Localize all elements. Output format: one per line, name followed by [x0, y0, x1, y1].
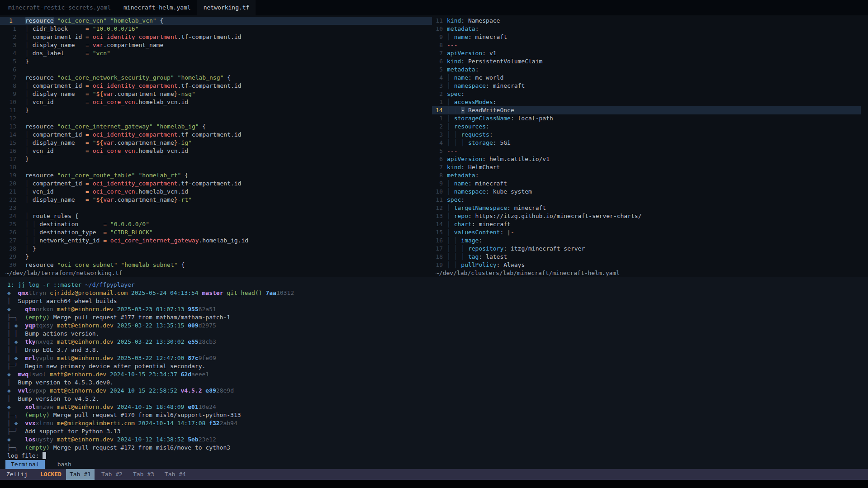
code-line[interactable]: 7kind: HelmChart [432, 163, 861, 171]
terminal-line[interactable]: ◆ qmxttryn cjriddz@protonmail.com 2025-0… [7, 289, 868, 297]
terminal-line[interactable]: ◆ losuysty matt@einhorn.dev 2024-10-12 1… [7, 436, 868, 444]
terminal-line[interactable]: │ ◆ vvxxlrnu me@mirkogalimberti.com 2024… [7, 419, 868, 427]
code-line[interactable]: 11spec: [432, 196, 861, 204]
buffer-tab-minecraft-restic-secrets-yaml[interactable]: minecraft-restic-secrets.yaml [2, 0, 117, 15]
zellij-tab-tab-2[interactable]: Tab #2 [98, 469, 126, 480]
terminal-line[interactable]: ◆ xolmnzvw matt@einhorn.dev 2024-10-15 1… [7, 403, 868, 411]
code-line[interactable]: 10│ vcn_id = oci_core_vcn.homelab_vcn.id [0, 98, 432, 106]
terminal-line[interactable]: │ Bump version to 4.5.3.dev0. [7, 379, 868, 387]
code-line[interactable]: 13resource "oci_core_internet_gateway" "… [0, 123, 432, 131]
code-line[interactable]: 12│ targetNamespace: minecraft [432, 204, 861, 212]
buffer-tab-networking-tf[interactable]: networking.tf [197, 0, 256, 15]
code-line[interactable]: 25│ │ destination = "0.0.0.0/0" [0, 220, 432, 228]
zellij-tab-tab-4[interactable]: Tab #4 [161, 469, 190, 480]
code-line[interactable]: 2│ resources: [432, 123, 861, 131]
code-area-left[interactable]: 1resource "oci_core_vcn" "homelab_vcn" {… [0, 15, 432, 269]
code-line[interactable]: 3│ display_name = var.compartment_name [0, 41, 432, 49]
code-line[interactable]: 9│ name: minecraft [432, 33, 861, 41]
code-line[interactable]: 30resource "oci_core_subnet" "homelab_su… [0, 261, 432, 269]
code-line[interactable]: 5} [0, 57, 432, 66]
code-line[interactable]: 2│ compartment_id = oci_identity_compart… [0, 33, 432, 41]
code-line[interactable]: 5metadata: [432, 66, 861, 74]
code-line[interactable]: 1│ storageClassName: local-path [432, 114, 861, 123]
buffer-tab-minecraft-helm-yaml[interactable]: minecraft-helm.yaml [117, 0, 197, 15]
terminal-line[interactable]: ├─╯ Begin new primary device after poten… [7, 362, 868, 370]
code-line[interactable]: 26│ │ destination_type = "CIDR_BLOCK" [0, 228, 432, 237]
code-line[interactable]: 18│ │ │ tag: latest [432, 253, 861, 261]
terminal-line[interactable]: ├─╮ (empty) Merge pull request #170 from… [7, 411, 868, 419]
code-line[interactable]: 29} [0, 253, 432, 261]
code-line[interactable]: 8│ compartment_id = oci_identity_compart… [0, 82, 432, 90]
code-line[interactable]: 9│ display_name = "${var.compartment_nam… [0, 90, 432, 98]
terminal-line[interactable]: ◆ mwqlswol matt@einhorn.dev 2024-10-15 2… [7, 370, 868, 379]
code-line[interactable]: 3│ namespace: minecraft [432, 82, 861, 90]
terminal-line[interactable]: │ │ Bump actions version. [7, 330, 868, 338]
terminal-line[interactable]: ├─╯ Add support for Python 3.13 [7, 427, 868, 436]
code-area-right[interactable]: 11kind: Namespace10metadata:9│ name: min… [432, 15, 868, 269]
code-line[interactable]: 15│ display_name = "${var.compartment_na… [0, 139, 432, 147]
code-line[interactable]: 8--- [432, 41, 861, 49]
code-line[interactable]: 18 [0, 163, 432, 171]
terminal-line[interactable]: 1: jj log -r ::master ~/d/ffpyplayer [7, 281, 868, 289]
code-line[interactable]: 24│ route_rules { [0, 212, 432, 220]
code-line[interactable]: 1│ cidr_block = "10.0.0.0/16" [0, 25, 432, 33]
terminal-line[interactable]: │ │ Drop EOL 3.7 and 3.8. [7, 346, 868, 354]
code-line[interactable]: 3│ │ requests: [432, 131, 861, 139]
code-line[interactable]: 5--- [432, 147, 861, 155]
code-line[interactable]: 16│ vcn_id = oci_core_vcn.homelab_vcn.id [0, 147, 432, 155]
code-line[interactable]: 20│ compartment_id = oci_identity_compar… [0, 180, 432, 188]
zellij-tab-tab-1[interactable]: Tab #1 [66, 469, 95, 480]
code-line[interactable]: 4│ dns_label = "vcn" [0, 49, 432, 57]
terminal-line[interactable]: │ ◆ yqptqxsy matt@einhorn.dev 2025-03-22… [7, 322, 868, 330]
code-line[interactable]: 6 [0, 66, 432, 74]
code-line[interactable]: 17} [0, 155, 432, 163]
token-k: repository [468, 245, 503, 252]
code-line[interactable]: 13│ repo: https://itzg.github.io/minecra… [432, 212, 861, 220]
code-line[interactable]: 14│ chart: minecraft [432, 220, 861, 228]
zellij-tab-tab-3[interactable]: Tab #3 [129, 469, 158, 480]
code-line[interactable]: 14│ compartment_id = oci_identity_compar… [0, 131, 432, 139]
code-line[interactable]: 10│ namespace: kube-system [432, 188, 861, 196]
code-line[interactable]: 17│ │ │ repository: itzg/minecraft-serve… [432, 245, 861, 253]
code-line[interactable]: 16│ │ image: [432, 237, 861, 245]
code-line[interactable]: 14│ │ - ReadWriteOnce [432, 106, 861, 114]
terminal-line[interactable]: │ ◆ tkynxvqz matt@einhorn.dev 2025-03-22… [7, 338, 868, 346]
code-line[interactable]: 6apiVersion: helm.cattle.io/v1 [432, 155, 861, 163]
code-line[interactable]: 22│ display_name = "${var.compartment_na… [0, 196, 432, 204]
code-line[interactable]: 9│ name: minecraft [432, 180, 861, 188]
code-line[interactable]: 7apiVersion: v1 [432, 49, 861, 57]
terminal-line[interactable]: ◆ qtnorkxn matt@einhorn.dev 2025-03-23 0… [7, 305, 868, 313]
code-line[interactable]: 27│ │ network_entity_id = oci_core_inter… [0, 237, 432, 245]
code-line[interactable]: 1│ accessModes: [432, 98, 861, 106]
code-line[interactable]: 6kind: PersistentVolumeClaim [432, 57, 861, 66]
code-line[interactable]: 23 [0, 204, 432, 212]
code-line[interactable]: 1resource "oci_core_vcn" "homelab_vcn" { [0, 17, 432, 25]
terminal-line[interactable]: ├─╮ (empty) Merge pull request #172 from… [7, 444, 868, 452]
code-line[interactable]: 7resource "oci_core_network_security_gro… [0, 74, 432, 82]
terminal-line[interactable]: log file: [7, 452, 868, 460]
terminal-pane[interactable]: 1: jj log -r ::master ~/d/ffpyplayer◆ qm… [0, 277, 868, 460]
code-line[interactable]: 4│ name: mc-world [432, 74, 861, 82]
code-line[interactable]: 19│ │ pullPolicy: Always [432, 261, 861, 269]
code-line[interactable]: 21│ vcn_id = oci_core_vcn.homelab_vcn.id [0, 188, 432, 196]
code-line[interactable]: 11kind: Namespace [432, 17, 861, 25]
terminal-line[interactable]: │ ◆ mrlyvplo matt@einhorn.dev 2025-03-22… [7, 354, 868, 362]
token-d [89, 131, 93, 138]
token-d [107, 237, 110, 244]
editor-pane-minecraft-helm-yaml[interactable]: 11kind: Namespace10metadata:9│ name: min… [432, 15, 868, 277]
terminal-line[interactable]: ◆ vvlsvpxp matt@einhorn.dev 2024-10-15 2… [7, 387, 868, 395]
code-line[interactable]: 4│ │ │ storage: 5Gi [432, 139, 861, 147]
code-line[interactable]: 11} [0, 106, 432, 114]
editor-pane-networking-tf[interactable]: 1resource "oci_core_vcn" "homelab_vcn" {… [0, 15, 432, 277]
terminal-line[interactable]: │ Bump version to v4.5.2. [7, 395, 868, 403]
code-line[interactable]: 28│ } [0, 245, 432, 253]
code-line[interactable]: 2spec: [432, 90, 861, 98]
code-line[interactable]: 12 [0, 114, 432, 123]
code-line[interactable]: 10metadata: [432, 25, 861, 33]
terminal-line[interactable]: ├─╮ (empty) Merge pull request #177 from… [7, 313, 868, 322]
code-line[interactable]: 15│ valuesContent: |- [432, 228, 861, 237]
terminal-line[interactable]: │ Support aarch64 wheel builds [7, 297, 868, 305]
code-line[interactable]: 19resource "oci_core_route_table" "homel… [0, 171, 432, 180]
token-d: Merge pull request #177 from matham/math… [50, 314, 230, 321]
code-line[interactable]: 8metadata: [432, 171, 861, 180]
